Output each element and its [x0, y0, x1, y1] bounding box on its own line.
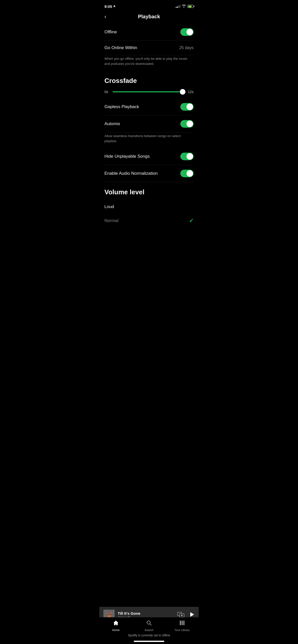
wifi-icon	[182, 5, 186, 8]
volume-heading: Volume level	[104, 182, 194, 200]
volume-option-normal[interactable]: Normal ✓	[104, 213, 194, 228]
battery-icon: ⚡	[187, 5, 194, 8]
slider-fill	[113, 91, 179, 92]
toggle-thumb	[186, 104, 193, 110]
hide-unplayable-setting-row: Hide Unplayable Songs	[104, 148, 194, 165]
gapless-toggle[interactable]	[180, 103, 194, 111]
volume-option-loud[interactable]: Loud	[104, 200, 194, 213]
hide-unplayable-toggle[interactable]	[180, 153, 194, 160]
audio-norm-toggle[interactable]	[180, 170, 194, 177]
audio-norm-setting-row: Enable Audio Normalization	[104, 165, 194, 182]
signal-icon	[176, 5, 180, 8]
page-title: Playback	[138, 14, 160, 20]
automix-toggle[interactable]	[180, 120, 194, 128]
toggle-thumb	[186, 153, 193, 160]
toggle-thumb	[186, 29, 193, 35]
gapless-label: Gapless Playback	[104, 104, 139, 109]
crossfade-max-label: 12s	[188, 90, 194, 94]
status-bar: 9:05 ✈ ⚡	[99, 0, 199, 11]
go-online-setting-row[interactable]: Go Online Within 25 days	[104, 41, 194, 55]
hide-unplayable-label: Hide Unplayable Songs	[104, 154, 150, 159]
header: ‹ Playback	[99, 11, 199, 24]
crossfade-slider-container: 0s 12s	[104, 89, 194, 98]
back-button[interactable]: ‹	[103, 13, 107, 21]
volume-loud-label: Loud	[104, 204, 114, 209]
offline-toggle[interactable]	[180, 28, 194, 36]
toggle-thumb	[186, 170, 193, 177]
automix-description: Allow seamless transitions between songs…	[104, 133, 194, 148]
content: Offline Go Online Within 25 days When yo…	[99, 24, 199, 264]
go-online-label: Go Online Within	[104, 45, 137, 50]
status-time: 9:05 ✈	[104, 4, 116, 9]
location-icon: ✈	[113, 5, 116, 8]
offline-setting-row: Offline	[104, 24, 194, 41]
offline-description: When you go offline, you'll only be able…	[104, 55, 194, 71]
toggle-thumb	[186, 121, 193, 127]
volume-normal-label: Normal	[104, 218, 118, 223]
offline-label: Offline	[104, 30, 117, 35]
status-icons: ⚡	[176, 5, 194, 8]
automix-setting-row: Automix	[104, 115, 194, 133]
crossfade-min-label: 0s	[104, 90, 110, 94]
crossfade-heading: Crossfade	[104, 71, 194, 89]
slider-thumb[interactable]	[180, 89, 185, 95]
crossfade-slider[interactable]	[113, 91, 185, 92]
audio-norm-label: Enable Audio Normalization	[104, 171, 158, 176]
gapless-setting-row: Gapless Playback	[104, 98, 194, 115]
checkmark-icon: ✓	[189, 217, 194, 224]
go-online-value: 25 days	[179, 46, 194, 50]
automix-label: Automix	[104, 121, 120, 126]
